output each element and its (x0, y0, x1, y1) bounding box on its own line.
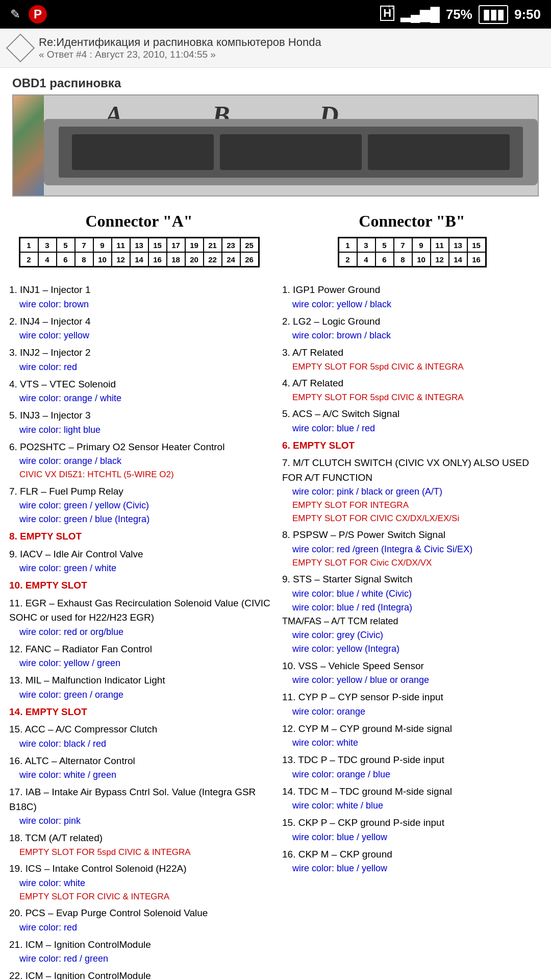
pin-cell: 13 (130, 238, 148, 252)
pin-cell: 16 (148, 252, 167, 266)
connector-b-col: Connector "B" 1 3 5 7 9 11 13 15 2 (278, 212, 546, 980)
pin-cell: 6 (375, 252, 394, 266)
status-bar: ✎ P H↑↓ ▂▄▆█ 75% ▮▮▮ 9:50 (0, 0, 551, 29)
signal-bars: ▂▄▆█ (400, 7, 440, 22)
pin-b6: 6. EMPTY SLOT (282, 438, 546, 453)
pin-cell: 11 (431, 238, 449, 252)
pin-b11: 11. CYP P – CYP sensor P-side input wire… (282, 690, 546, 719)
battery-icon: ▮▮▮ (479, 5, 508, 24)
pin-cell: 22 (204, 252, 222, 266)
pin-a22: 22. ICM – Ignition ControlModule wire co… (9, 969, 273, 980)
status-left: ✎ P (10, 5, 47, 23)
pin-list-a: 1. INJ1 – Injector 1 wire color: brown 2… (5, 283, 273, 980)
pin-b3: 3. A/T Related EMPTY SLOT FOR 5spd CIVIC… (282, 346, 546, 373)
pin-b10: 10. VSS – Vehicle Speed Sensor wire colo… (282, 659, 546, 688)
pin-cell: 16 (467, 252, 486, 266)
pin-b4: 4. A/T Related EMPTY SLOT FOR 5spd CIVIC… (282, 376, 546, 404)
battery-percent: 75% (446, 7, 472, 22)
edit-icon: ✎ (10, 7, 20, 21)
pin-a14: 14. EMPTY SLOT (9, 705, 273, 720)
pin-a18: 18. TCM (A/T related) EMPTY SLOT FOR 5sp… (9, 831, 273, 859)
pin-b9: 9. STS – Starter Signal Switch wire colo… (282, 572, 546, 656)
pin-b7: 7. M/T CLUTCH SWITCH (CIVIC VX ONLY) ALS… (282, 456, 546, 525)
pin-b13: 13. TDC P – TDC ground P-side input wire… (282, 753, 546, 781)
pin-cell: 20 (185, 252, 204, 266)
pin-cell: 3 (38, 238, 57, 252)
pin-cell: 26 (240, 252, 259, 266)
pin-b16: 16. CKP M – CKP ground wire color: blue … (282, 847, 546, 876)
connector-slots (59, 127, 523, 178)
pin-b8: 8. PSPSW – P/S Power Switch Signal wire … (282, 528, 546, 569)
pin-cell: 7 (394, 238, 412, 252)
pin-cell: 1 (339, 238, 357, 252)
pin-cell: 25 (240, 238, 259, 252)
pin-cell: 9 (412, 238, 431, 252)
pin-grid-a: 1 3 5 7 9 11 13 15 17 19 21 23 25 (5, 237, 273, 276)
pin-cell: 7 (75, 238, 93, 252)
pin-cell: 2 (339, 252, 357, 266)
pin-a8: 8. EMPTY SLOT (9, 529, 273, 544)
pin-cell: 8 (394, 252, 412, 266)
pin-a13: 13. MIL – Malfunction Indicator Light wi… (9, 673, 273, 702)
pin-cell: 8 (75, 252, 93, 266)
pin-cell: 5 (375, 238, 394, 252)
pin-b12: 12. CYP M – CYP ground M-side signal wir… (282, 722, 546, 750)
connectors-row: Connector "A" 1 3 5 7 9 11 13 15 17 19 (5, 212, 546, 980)
pin-grid-a-inner: 1 3 5 7 9 11 13 15 17 19 21 23 25 (19, 237, 260, 267)
pin-row-b-top: 1 3 5 7 9 11 13 15 (339, 238, 486, 252)
pin-a15: 15. ACC – A/C Compressor Clutch wire col… (9, 722, 273, 751)
pin-b14: 14. TDC M – TDC ground M-side signal wir… (282, 785, 546, 813)
pin-a19: 19. ICS – Intake Control Solenoid (H22A)… (9, 862, 273, 903)
pin-a9: 9. IACV – Idle Air Control Valve wire co… (9, 547, 273, 576)
main-content: Connector "A" 1 3 5 7 9 11 13 15 17 19 (0, 207, 551, 980)
pin-a17: 17. IAB – Intake Air Bypass Cntrl Sol. V… (9, 785, 273, 828)
pin-b15: 15. CKP P – CKP ground P-side input wire… (282, 816, 546, 844)
pin-b1: 1. IGP1 Power Ground wire color: yellow … (282, 283, 546, 311)
pinterest-icon: P (29, 5, 47, 23)
pin-row-a-top: 1 3 5 7 9 11 13 15 17 19 21 23 25 (20, 238, 259, 252)
pin-cell: 11 (112, 238, 130, 252)
clock: 9:50 (514, 7, 541, 22)
h-icon: H↑↓ (380, 6, 394, 21)
pin-cell: 14 (449, 252, 467, 266)
pin-cell: 10 (412, 252, 431, 266)
pin-grid-b-inner: 1 3 5 7 9 11 13 15 2 4 6 8 10 (338, 237, 487, 267)
pin-cell: 14 (130, 252, 148, 266)
forum-header: Re:Идентификация и распиновка компьютеро… (0, 29, 551, 68)
connector-a-col: Connector "A" 1 3 5 7 9 11 13 15 17 19 (5, 212, 273, 980)
connector-image: A B D (12, 94, 539, 197)
page-title: OBD1 распиновка (0, 68, 551, 94)
thumbnail (13, 95, 44, 197)
forum-icon (6, 34, 35, 63)
pin-a10: 10. EMPTY SLOT (9, 578, 273, 593)
pin-cell: 19 (185, 238, 204, 252)
pin-a7: 7. FLR – Fuel Pump Relay wire color: gre… (9, 484, 273, 527)
pin-cell: 21 (204, 238, 222, 252)
pin-a11: 11. EGR – Exhaust Gas Recirculation Sole… (9, 596, 273, 639)
pin-cell: 23 (222, 238, 240, 252)
connector-b-header: Connector "B" (278, 212, 546, 231)
pin-a4: 4. VTS – VTEC Solenoid wire color: orang… (9, 377, 273, 406)
pin-cell: 15 (467, 238, 486, 252)
pin-a6: 6. PO2SHTC – Primary O2 Sensor Heater Co… (9, 440, 273, 481)
pin-cell: 24 (222, 252, 240, 266)
pin-a12: 12. FANC – Radiator Fan Control wire col… (9, 642, 273, 671)
pin-cell: 12 (112, 252, 130, 266)
pin-cell: 9 (93, 238, 112, 252)
pin-a5: 5. INJ3 – Injector 3 wire color: light b… (9, 408, 273, 437)
pin-a1: 1. INJ1 – Injector 1 wire color: brown (9, 283, 273, 311)
pin-cell: 1 (20, 238, 38, 252)
pin-cell: 4 (38, 252, 57, 266)
forum-info: Re:Идентификация и распиновка компьютеро… (39, 36, 321, 60)
pin-cell: 10 (93, 252, 112, 266)
connector-a-header: Connector "A" (5, 212, 273, 231)
pin-grid-b: 1 3 5 7 9 11 13 15 2 4 6 8 10 (278, 237, 546, 276)
pin-row-a-bottom: 2 4 6 8 10 12 14 16 18 20 22 24 26 (20, 252, 259, 266)
pin-cell: 18 (167, 252, 185, 266)
pin-a20: 20. PCS – Evap Purge Control Solenoid Va… (9, 906, 273, 935)
pin-cell: 3 (357, 238, 375, 252)
connector-body (44, 119, 538, 185)
pin-cell: 5 (57, 238, 75, 252)
status-right: H↑↓ ▂▄▆█ 75% ▮▮▮ 9:50 (380, 5, 541, 24)
pin-cell: 2 (20, 252, 38, 266)
